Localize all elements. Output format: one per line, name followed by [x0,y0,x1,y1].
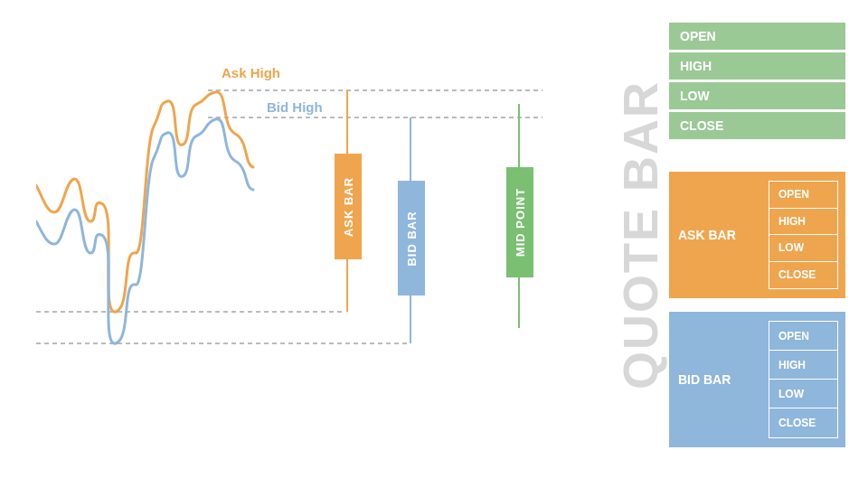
mid-bar-label: MID POINT [514,188,527,257]
mid-body: MID POINT [506,167,533,277]
bid-body: BID BAR [398,181,425,296]
panel-ask-mini: OPEN HIGH LOW CLOSE [769,181,838,289]
panel-ask-bar: ASK BAR OPEN HIGH LOW CLOSE [669,172,845,298]
bid-low: LOW [769,380,837,408]
quote-bar-text: QUOTE BAR [612,80,668,389]
ohlc-high: HIGH [669,52,845,82]
panel-ohlc-top: OPEN HIGH LOW CLOSE [669,23,845,139]
ohlc-open: OPEN [669,23,845,52]
bid-open: OPEN [769,322,837,351]
annotation-ask-high: Ask High [222,65,280,80]
ask-close: CLOSE [769,262,837,289]
ask-bar-label: ASK BAR [342,176,355,236]
bid-curve [36,119,253,344]
bid-bar-label: BID BAR [405,211,419,266]
ask-body: ASK BAR [335,154,362,259]
candlestick-ask: ASK BAR [335,63,360,380]
ohlc-close: CLOSE [669,112,845,139]
price-chart: Ask High Bid High ASK BAR BID BAR MID PO… [36,63,542,380]
ask-curve [36,92,253,312]
ask-open: OPEN [769,182,837,209]
ask-high: HIGH [769,209,837,236]
panel-bid-mini: OPEN HIGH LOW CLOSE [769,321,838,438]
candlestick-bid: BID BAR [398,63,423,380]
candlestick-mid: MID POINT [506,63,532,380]
ask-low: LOW [769,235,837,262]
diagram-stage: QUOTE BAR OPEN HIGH LOW CLOSE ASK BAR OP… [0,0,868,488]
bid-high: HIGH [769,351,837,380]
annotation-bid-high: Bid High [267,99,323,115]
bid-close: CLOSE [769,408,837,437]
ohlc-low: LOW [669,82,845,112]
panel-bid-bar: BID BAR OPEN HIGH LOW CLOSE [669,312,845,447]
panel-bid-label: BID BAR [669,312,769,447]
quote-bar-vertical-label: QUOTE BAR [615,23,665,447]
panel-ask-label: ASK BAR [669,172,769,298]
